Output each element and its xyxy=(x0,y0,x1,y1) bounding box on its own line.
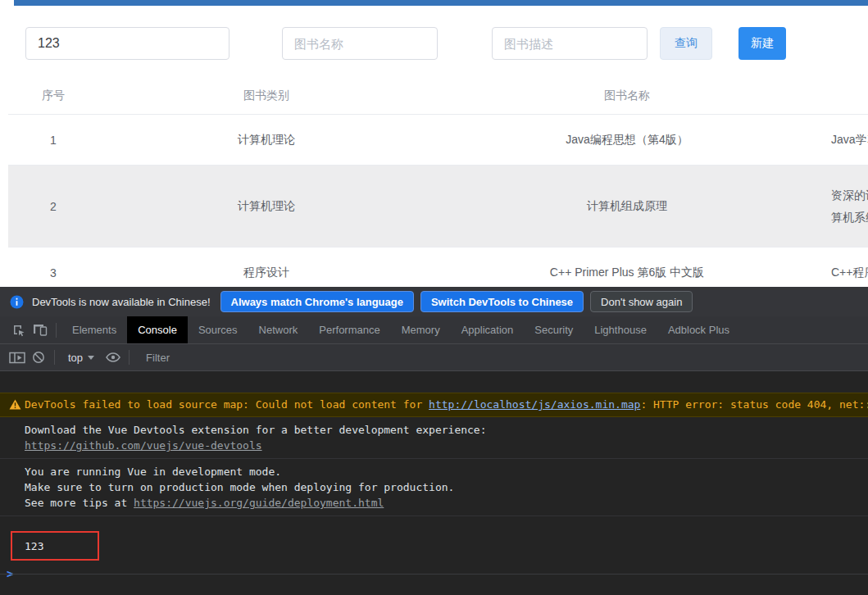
tab-application[interactable]: Application xyxy=(451,316,525,343)
books-table: 序号 图书类别 图书名称 1 计算机理论 Java编程思想（第4版） Java学… xyxy=(8,78,868,287)
clear-console-icon[interactable] xyxy=(28,347,49,368)
context-label: top xyxy=(68,352,83,364)
cell-id: 2 xyxy=(8,200,98,213)
query-button[interactable]: 查询 xyxy=(660,27,712,60)
vue-devtools-message: Download the Vue Devtools extension for … xyxy=(0,417,868,459)
cell-name: Java编程思想（第4版） xyxy=(434,133,820,148)
tab-performance[interactable]: Performance xyxy=(308,316,390,343)
console-log-entry: 123 xyxy=(0,528,868,564)
sourcemap-link[interactable]: http://localhost/js/axios.min.map xyxy=(429,398,640,411)
log-value: 123 xyxy=(25,538,43,554)
message-text: Make sure to turn on production mode whe… xyxy=(25,479,855,495)
cell-category: 程序设计 xyxy=(98,266,434,280)
tab-elements[interactable]: Elements xyxy=(61,316,127,343)
inspect-element-icon[interactable] xyxy=(8,320,30,341)
sourcemap-warning-message: DevTools failed to load source map: Coul… xyxy=(0,393,868,417)
page-top-bar xyxy=(14,0,868,6)
cell-desc: Java学习 xyxy=(820,129,868,151)
cell-name: C++ Primer Plus 第6版 中文版 xyxy=(434,266,820,280)
tab-memory[interactable]: Memory xyxy=(391,316,451,343)
cell-name: 计算机组成原理 xyxy=(434,199,820,214)
tab-lighthouse[interactable]: Lighthouse xyxy=(584,316,657,343)
header-id: 序号 xyxy=(8,89,98,103)
message-text: Download the Vue Devtools extension for … xyxy=(25,422,855,438)
header-category: 图书类别 xyxy=(98,89,434,103)
console-filter-input[interactable] xyxy=(146,352,408,364)
cell-desc: 资深的计算机 算机系统结构 xyxy=(820,184,868,229)
console-prompt-row[interactable]: > xyxy=(0,564,868,580)
console-input-divider xyxy=(0,574,868,575)
message-text: You are running Vue in development mode. xyxy=(25,464,855,479)
devtools-tabbar: Elements Console Sources Network Perform… xyxy=(0,316,868,344)
info-icon xyxy=(10,295,24,309)
vue-devtools-link[interactable]: https://github.com/vuejs/vue-devtools xyxy=(25,439,262,452)
message-text: See more tips at xyxy=(25,497,134,509)
table-row[interactable]: 2 计算机理论 计算机组成原理 资深的计算机 算机系统结构 xyxy=(8,166,868,248)
console-spacer xyxy=(0,371,868,393)
book-id-input[interactable] xyxy=(25,27,229,60)
book-desc-input[interactable] xyxy=(492,27,648,60)
vue-deployment-link[interactable]: https://vuejs.org/guide/deployment.html xyxy=(134,497,384,509)
tab-adblock-plus[interactable]: Adblock Plus xyxy=(657,316,740,343)
switch-to-chinese-button[interactable]: Switch DevTools to Chinese xyxy=(420,291,584,312)
header-name: 图书名称 xyxy=(434,89,820,103)
live-expression-eye-icon[interactable] xyxy=(102,347,124,368)
cell-desc: C++程序设计 xyxy=(820,261,868,284)
cell-category: 计算机理论 xyxy=(98,133,434,148)
devtools-language-infobar: DevTools is now available in Chinese! Al… xyxy=(0,287,868,316)
toolbar-separator xyxy=(56,323,57,338)
book-admin-page: 查询 新建 序号 图书类别 图书名称 1 计算机理论 Java编程思想（第4版）… xyxy=(0,0,868,287)
devtools-panel: DevTools is now available in Chinese! Al… xyxy=(0,287,868,595)
tab-security[interactable]: Security xyxy=(524,316,584,343)
console-toolbar: top xyxy=(0,344,868,371)
console-sidebar-icon[interactable] xyxy=(7,347,28,368)
console-output: DevTools failed to load source map: Coul… xyxy=(0,371,868,595)
create-button[interactable]: 新建 xyxy=(738,27,786,60)
vue-dev-mode-message: You are running Vue in development mode.… xyxy=(0,459,868,516)
warning-text: DevTools failed to load source map: Coul… xyxy=(25,398,429,411)
warning-text: : HTTP error: status code 404, net::ERR_… xyxy=(640,398,868,411)
book-name-input[interactable] xyxy=(282,27,438,60)
books-table-header: 序号 图书类别 图书名称 xyxy=(8,78,868,115)
device-toolbar-icon[interactable] xyxy=(30,320,51,341)
cell-id: 3 xyxy=(8,266,98,279)
tab-network[interactable]: Network xyxy=(248,316,309,343)
match-language-button[interactable]: Always match Chrome's language xyxy=(220,291,414,312)
javascript-context-dropdown[interactable]: top xyxy=(68,352,94,364)
screen: 查询 新建 序号 图书类别 图书名称 1 计算机理论 Java编程思想（第4版）… xyxy=(0,0,868,595)
chevron-down-icon xyxy=(88,356,94,360)
warning-icon xyxy=(9,399,21,414)
toolbar-separator xyxy=(129,350,130,365)
cell-id: 1 xyxy=(8,134,98,147)
table-row[interactable]: 3 程序设计 C++ Primer Plus 第6版 中文版 C++程序设计 xyxy=(8,248,868,287)
cell-category: 计算机理论 xyxy=(98,199,434,214)
tab-sources[interactable]: Sources xyxy=(188,316,248,343)
toolbar-separator xyxy=(54,350,55,365)
infobar-message: DevTools is now available in Chinese! xyxy=(32,296,211,308)
tab-console[interactable]: Console xyxy=(127,316,188,343)
table-row[interactable]: 1 计算机理论 Java编程思想（第4版） Java学习 xyxy=(8,115,868,166)
highlight-red-box: 123 xyxy=(11,531,99,561)
search-toolbar: 查询 新建 xyxy=(25,27,786,60)
dont-show-again-button[interactable]: Don't show again xyxy=(590,291,693,312)
